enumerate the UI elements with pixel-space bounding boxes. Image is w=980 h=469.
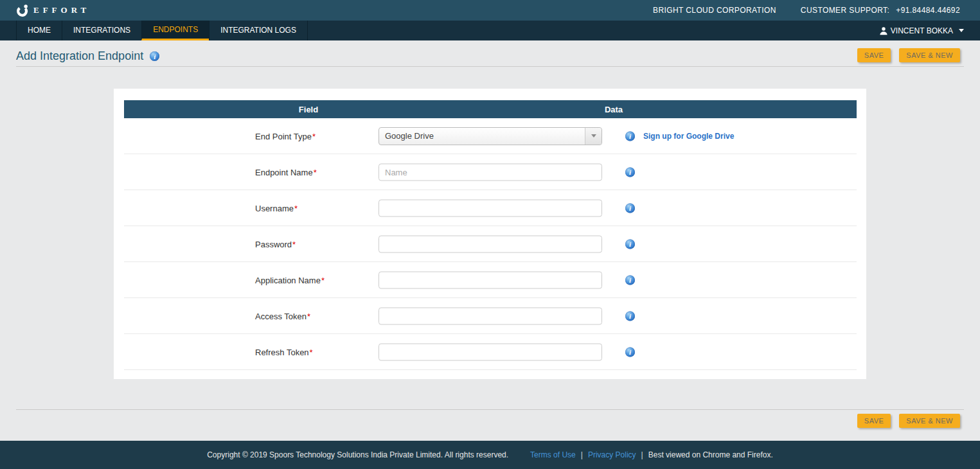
top-header-bar: EFFORT BRIGHT CLOUD CORPORATION CUSTOMER…: [0, 0, 980, 21]
form-row-password: Password* i: [124, 226, 857, 262]
access-token-label: Access Token*: [255, 311, 310, 321]
bottom-divider: [16, 409, 964, 410]
user-icon: [879, 26, 888, 35]
password-label: Password*: [255, 239, 296, 249]
user-name: VINCENT BOKKA: [891, 26, 953, 35]
effort-logo-text: EFFORT: [33, 5, 90, 15]
end-point-type-select[interactable]: Google Drive: [379, 127, 602, 145]
select-arrow-button[interactable]: [585, 128, 601, 145]
user-menu[interactable]: VINCENT BOKKA: [879, 21, 964, 40]
effort-logo-icon: [16, 3, 30, 17]
form-row-endpoint-name: Endpoint Name* i: [124, 154, 857, 190]
save-button[interactable]: SAVE: [857, 48, 891, 62]
required-asterisk: *: [312, 131, 316, 141]
required-asterisk: *: [294, 203, 298, 213]
privacy-policy-link[interactable]: Privacy Policy: [588, 450, 636, 459]
form-row-end-point-type: End Point Type* Google Drive i Sign up f…: [124, 118, 857, 154]
password-input[interactable]: [379, 235, 602, 252]
password-info-icon[interactable]: i: [625, 239, 635, 249]
form-row-application-name: Application Name* i: [124, 262, 857, 298]
table-header-row: Field Data: [124, 100, 857, 118]
username-info-icon[interactable]: i: [625, 203, 635, 213]
effort-logo: EFFORT: [16, 3, 90, 17]
nav-item-endpoints[interactable]: ENDPOINTS: [141, 21, 209, 40]
refresh-token-input[interactable]: [379, 343, 602, 360]
column-header-field: Field: [124, 105, 493, 114]
nav-item-home[interactable]: HOME: [16, 21, 62, 40]
sign-up-link[interactable]: Sign up for Google Drive: [643, 132, 734, 141]
nav-items: HOMEINTEGRATIONSENDPOINTSINTEGRATION LOG…: [16, 21, 308, 40]
required-asterisk: *: [292, 239, 296, 249]
page-footer: Copyright © 2019 Spoors Technology Solut…: [0, 441, 980, 469]
refresh-token-label: Refresh Token*: [255, 347, 313, 357]
username-input[interactable]: [379, 199, 602, 217]
caret-down-icon: [959, 29, 964, 32]
copyright-text: Copyright © 2019 Spoors Technology Solut…: [207, 450, 508, 459]
nav-item-integrations[interactable]: INTEGRATIONS: [62, 21, 141, 40]
application-name-input[interactable]: [379, 271, 602, 288]
endpoint-name-label: Endpoint Name*: [255, 167, 317, 177]
required-asterisk: *: [314, 167, 317, 177]
page-title: Add Integration Endpoint: [16, 49, 143, 63]
column-header-data: Data: [493, 105, 735, 114]
form-row-refresh-token: Refresh Token* i: [124, 334, 857, 370]
customer-support-label: CUSTOMER SUPPORT:: [801, 6, 889, 15]
application-name-label: Application Name*: [255, 275, 325, 285]
end-point-type-label: End Point Type*: [255, 131, 316, 141]
access-token-input[interactable]: [379, 307, 602, 324]
save-and-new-button[interactable]: SAVE & NEW: [899, 48, 960, 62]
bottom-action-buttons: SAVE SAVE & NEW: [857, 414, 960, 428]
save-button-bottom[interactable]: SAVE: [857, 414, 891, 428]
end-point-type-info-icon[interactable]: i: [625, 131, 635, 141]
required-asterisk: *: [307, 311, 310, 321]
refresh-token-info-icon[interactable]: i: [625, 347, 635, 357]
company-name: BRIGHT CLOUD CORPORATION: [653, 6, 776, 15]
page-title-info-icon[interactable]: i: [150, 51, 159, 61]
username-label: Username*: [255, 203, 298, 213]
header-divider: [16, 66, 964, 67]
endpoint-name-info-icon[interactable]: i: [625, 167, 635, 177]
customer-support-phone: +91.84484.44692: [896, 6, 960, 15]
chevron-down-icon: [591, 134, 596, 137]
endpoint-form-table: Field Data End Point Type* Google Drive …: [124, 100, 857, 370]
customer-support: CUSTOMER SUPPORT: +91.84484.44692: [801, 6, 960, 15]
form-card: Field Data End Point Type* Google Drive …: [114, 89, 866, 379]
browser-note: Best viewed on Chrome and Firefox.: [648, 450, 773, 459]
form-row-username: Username* i: [124, 190, 857, 226]
save-and-new-button-bottom[interactable]: SAVE & NEW: [899, 414, 960, 428]
top-action-buttons: SAVE SAVE & NEW: [857, 48, 960, 62]
access-token-info-icon[interactable]: i: [625, 311, 635, 321]
form-row-access-token: Access Token* i: [124, 298, 857, 334]
nav-item-integration-logs[interactable]: INTEGRATION LOGS: [209, 21, 308, 40]
endpoint-name-input[interactable]: [379, 163, 602, 181]
main-nav-bar: HOMEINTEGRATIONSENDPOINTSINTEGRATION LOG…: [0, 21, 980, 40]
required-asterisk: *: [310, 347, 313, 357]
terms-of-use-link[interactable]: Terms of Use: [530, 450, 576, 459]
application-name-info-icon[interactable]: i: [625, 275, 635, 285]
required-asterisk: *: [321, 275, 325, 285]
